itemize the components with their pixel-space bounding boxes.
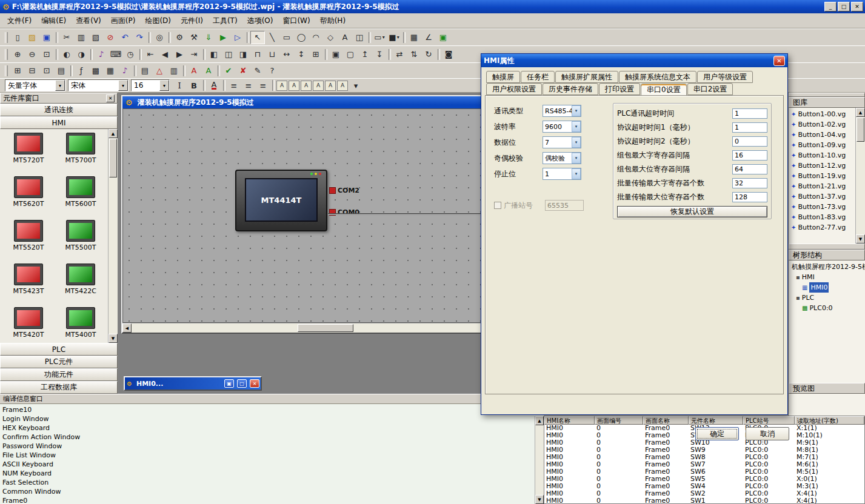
menu-item[interactable]: 元件(I) xyxy=(176,13,208,28)
close-button[interactable]: ✕ xyxy=(250,379,259,388)
restore-button[interactable]: □ xyxy=(838,2,850,12)
timer-icon[interactable]: ◷ xyxy=(123,48,138,61)
dialog-tab[interactable]: 触摸屏 xyxy=(486,71,520,83)
library-section-button[interactable]: HMI xyxy=(0,116,118,129)
dialog-tab[interactable]: 用户权限设置 xyxy=(486,83,542,95)
text-tool-icon[interactable]: A xyxy=(338,31,352,44)
font-class-combobox[interactable]: 矢量字体 ▾ xyxy=(5,79,65,91)
plc-field-input[interactable] xyxy=(732,150,767,161)
line-tool-icon[interactable]: ╲ xyxy=(265,31,279,44)
dock-grab-bar[interactable] xyxy=(789,93,865,97)
ungroup-icon[interactable]: ▢ xyxy=(343,48,358,61)
restore-button[interactable]: ▣ xyxy=(224,379,234,388)
screen-preview-icon[interactable]: ▣ xyxy=(436,31,450,44)
chevron-down-icon[interactable]: ▾ xyxy=(572,105,581,116)
rectangle-tool-icon[interactable]: ▭ xyxy=(279,31,294,44)
same-width-icon[interactable]: ↔ xyxy=(279,48,294,61)
ellipse-tool-icon[interactable]: ◯ xyxy=(294,31,309,44)
flip-horizontal-icon[interactable]: ⇄ xyxy=(392,48,407,61)
state-previous-icon[interactable]: ◐ xyxy=(59,48,74,61)
redo-icon[interactable]: ↷ xyxy=(132,31,147,44)
library-section-button[interactable]: PLC元件 xyxy=(0,356,118,368)
macro-editor-icon[interactable]: ƒ xyxy=(74,64,89,78)
resource-library-icon[interactable]: ♪ xyxy=(118,64,132,78)
gallery-list-item[interactable]: ✦ Button2-77.vg xyxy=(791,222,855,233)
scroll-up-icon[interactable]: ▲ xyxy=(109,129,118,138)
menu-item[interactable]: 绘图(D) xyxy=(140,13,176,28)
tree-item[interactable]: 机触摸屏程序2012-9-5模拟过 xyxy=(790,262,865,272)
gallery-list-item[interactable]: ✦ Button1-19.vg xyxy=(791,171,855,181)
chevron-down-icon[interactable]: ▾ xyxy=(572,168,581,179)
minimize-button[interactable]: _ xyxy=(824,2,837,12)
close-button[interactable]: ✕ xyxy=(851,2,863,12)
serial-field-combobox[interactable]: 偶校验 ▾ xyxy=(543,152,581,164)
window-properties-icon[interactable]: ⊡ xyxy=(39,64,54,78)
device-item[interactable]: MT5422C xyxy=(55,264,107,307)
text-position-top-icon[interactable]: A xyxy=(289,81,299,91)
plc-field-input[interactable] xyxy=(732,192,767,202)
canvas[interactable]: MT4414T COM2 COM0 xyxy=(122,108,538,323)
serial-field-combobox[interactable]: 9600 ▾ xyxy=(543,121,581,133)
gallery-list-item[interactable]: ✦ Button1-04.vg xyxy=(791,130,855,140)
scroll-down-icon[interactable]: ▼ xyxy=(856,234,865,244)
text-position-center-icon[interactable]: A xyxy=(325,81,336,91)
compile-info-item[interactable]: Frame0 xyxy=(2,496,541,504)
device-item[interactable]: MT5500T xyxy=(55,220,107,264)
font-color-icon[interactable]: A xyxy=(207,79,221,92)
maximize-button[interactable]: □ xyxy=(237,379,247,388)
plc-field-input[interactable] xyxy=(732,122,767,133)
text-align-right-icon[interactable]: ≡ xyxy=(256,79,270,92)
compile-info-item[interactable]: Login Window xyxy=(2,414,541,423)
restore-defaults-button[interactable]: 恢复默认设置 xyxy=(617,206,767,217)
language-1-icon[interactable]: A xyxy=(187,64,201,78)
scroll-left-icon[interactable]: ◀ xyxy=(122,323,132,333)
delete-icon[interactable]: ⊘ xyxy=(103,31,118,44)
keyboard-icon[interactable]: ⌨ xyxy=(109,48,123,61)
arc-tool-icon[interactable]: ◠ xyxy=(309,31,323,44)
plc-field-input[interactable] xyxy=(732,164,767,174)
table-row[interactable]: HMI0 0 Frame0 SW5 PLC0:0 X:0(1) xyxy=(544,476,864,483)
previous-window-icon[interactable]: ◀ xyxy=(158,48,172,61)
device-item[interactable]: MT5420T xyxy=(2,307,55,343)
device-item[interactable]: MT5520T xyxy=(2,220,55,264)
error-check-icon[interactable]: ✘ xyxy=(236,64,250,78)
table-row[interactable]: HMI0 0 Frame0 SW9 PLC0:0 M:8(1) xyxy=(544,446,864,454)
dialog-tab[interactable]: 历史事件存储 xyxy=(543,83,598,95)
delete-window-icon[interactable]: ⊟ xyxy=(25,64,39,78)
scroll-down-icon[interactable]: ▼ xyxy=(109,334,118,343)
flip-vertical-icon[interactable]: ⇅ xyxy=(407,48,421,61)
compile-info-item[interactable]: Password Window xyxy=(2,442,541,451)
rotate-icon[interactable]: ↻ xyxy=(421,48,436,61)
ok-button[interactable]: 确定 xyxy=(695,427,739,440)
chevron-down-icon[interactable]: ▾ xyxy=(572,121,581,132)
plc-field-input[interactable] xyxy=(732,178,767,188)
group-icon[interactable]: ▣ xyxy=(329,48,343,61)
next-window-icon[interactable]: ▶ xyxy=(172,48,187,61)
system-parameters-icon[interactable]: ⚙ xyxy=(172,31,187,44)
zoom-fit-icon[interactable]: ⊡ xyxy=(39,48,54,61)
open-file-icon[interactable]: ▨ xyxy=(25,31,39,44)
hmi0-mini-window-titlebar[interactable]: ⚙ HMI0... ▣ □ ✕ xyxy=(125,377,261,390)
gallery-list-item[interactable]: ✦ Button1-37.vg xyxy=(791,191,855,202)
line-color-icon[interactable]: ▭ xyxy=(372,31,387,44)
send-to-back-icon[interactable]: ↧ xyxy=(372,48,387,61)
find-icon[interactable]: ◎ xyxy=(152,31,167,44)
scrollbar-thumb[interactable] xyxy=(857,118,864,142)
new-window-icon[interactable]: ⊞ xyxy=(10,64,25,78)
text-position-top-left-icon[interactable]: A xyxy=(276,81,287,91)
dialog-tab[interactable]: 触摸屏系统信息文本 xyxy=(619,71,696,83)
device-item[interactable]: MT5720T xyxy=(2,133,55,176)
table-row[interactable]: HMI0 0 Frame0 SW6 PLC0:0 M:5(1) xyxy=(544,468,864,476)
align-top-icon[interactable]: ⊓ xyxy=(250,48,265,61)
zoom-out-icon[interactable]: ⊖ xyxy=(25,48,39,61)
polygon-tool-icon[interactable]: ◇ xyxy=(323,31,338,44)
cancel-button[interactable]: 取消 xyxy=(746,427,789,440)
menu-item[interactable]: 帮助(H) xyxy=(315,13,350,28)
text-align-center-icon[interactable]: ≡ xyxy=(241,79,256,92)
language-2-icon[interactable]: A xyxy=(201,64,216,78)
plc-field-input[interactable] xyxy=(732,136,767,147)
bring-to-front-icon[interactable]: ↥ xyxy=(358,48,372,61)
compile-info-item[interactable]: HEX Keyboard xyxy=(2,423,541,433)
device-item[interactable]: MT5620T xyxy=(2,176,55,220)
gallery-list-item[interactable]: ✦ Button1-09.vg xyxy=(791,140,855,150)
